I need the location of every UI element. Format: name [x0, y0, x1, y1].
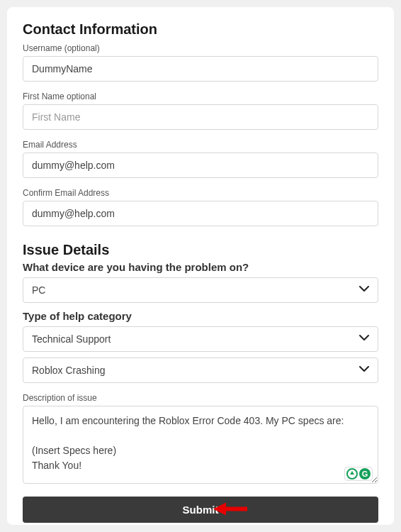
device-select[interactable]: PC — [23, 277, 378, 303]
firstname-input[interactable] — [23, 104, 378, 130]
device-label: What device are you having the problem o… — [23, 261, 378, 273]
support-form-card: Contact Information Username (optional) … — [7, 7, 394, 525]
category-select-wrapper: Technical Support — [23, 326, 378, 352]
subcategory-select-wrapper: Roblox Crashing — [23, 358, 378, 383]
email-input[interactable] — [23, 153, 378, 178]
description-wrapper: G — [23, 406, 378, 487]
confirm-email-input[interactable] — [23, 201, 378, 226]
submit-button[interactable]: Submit — [23, 497, 378, 523]
contact-heading: Contact Information — [23, 21, 378, 38]
device-select-wrapper: PC — [23, 277, 378, 303]
firstname-label: First Name optional — [23, 92, 378, 101]
grammarly-badge[interactable]: G — [344, 467, 373, 481]
description-textarea[interactable] — [23, 406, 378, 484]
description-label: Description of issue — [23, 393, 378, 403]
subcategory-select[interactable]: Roblox Crashing — [23, 358, 378, 383]
username-input[interactable] — [23, 56, 378, 82]
email-label: Email Address — [23, 140, 378, 150]
username-label: Username (optional) — [23, 43, 378, 53]
category-select[interactable]: Technical Support — [23, 326, 378, 352]
grammarly-icon: G — [359, 468, 371, 480]
submit-label: Submit — [183, 504, 219, 516]
category-label: Type of help category — [23, 310, 378, 322]
issue-heading: Issue Details — [23, 242, 378, 258]
grammarly-upload-icon — [346, 468, 358, 480]
confirm-email-label: Confirm Email Address — [23, 188, 378, 198]
